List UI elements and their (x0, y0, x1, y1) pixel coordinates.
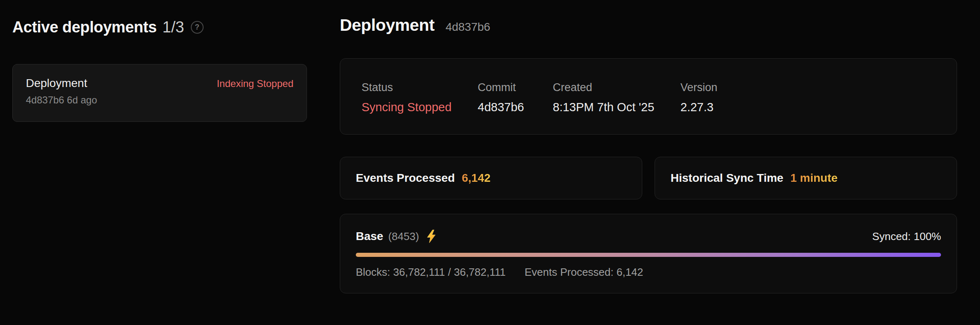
chain-id: (8453) (388, 230, 419, 243)
events-stat: Events Processed: 6,142 (524, 266, 643, 279)
historical-sync-time-card: Historical Sync Time 1 minute (655, 157, 957, 199)
panel-title: Active deployments (12, 18, 157, 36)
historical-sync-time-value: 1 minute (790, 172, 838, 185)
deployment-status-badge: Indexing Stopped (217, 78, 293, 89)
historical-sync-time-label: Historical Sync Time (671, 172, 783, 185)
active-deployments-header: Active deployments 1/3 ? (12, 16, 307, 39)
events-processed-value: 6,142 (462, 172, 490, 185)
active-deployments-panel: Active deployments 1/3 ? Deployment Inde… (12, 16, 307, 325)
deployments-count: 1/3 (163, 18, 184, 36)
deployment-list-item-title: Deployment (26, 76, 87, 90)
deployment-detail-header: Deployment 4d837b6 (340, 16, 957, 39)
events-processed-card: Events Processed 6,142 (340, 157, 642, 199)
info-field-label: Status (362, 81, 478, 94)
deployments-page: Active deployments 1/3 ? Deployment Inde… (0, 0, 980, 325)
info-field-value-created: 8:13PM 7th Oct '25 (553, 100, 680, 114)
sync-progress-bar (356, 253, 941, 257)
chain-sync-card: Base (8453) Synced: 100% (340, 214, 957, 293)
deployment-list-item-row: Deployment Indexing Stopped (26, 76, 293, 90)
chain-stats-row: Blocks: 36,782,111 / 36,782,111 Events P… (356, 266, 941, 279)
info-field-created: Created 8:13PM 7th Oct '25 (553, 81, 680, 112)
deployment-info-card: Status Syncing Stopped Commit 4d837b6 Cr… (340, 58, 957, 135)
deployment-list-item-meta: 4d837b6 6d ago (26, 94, 293, 106)
info-field-commit: Commit 4d837b6 (478, 81, 553, 112)
info-field-label: Commit (478, 81, 553, 94)
info-field-value-commit: 4d837b6 (478, 100, 553, 114)
sync-progress-fill (356, 253, 941, 257)
info-field-label: Version (680, 81, 717, 94)
info-field-status: Status Syncing Stopped (362, 81, 478, 112)
chain-name: Base (356, 230, 383, 243)
synced-percent-label: Synced: 100% (872, 230, 941, 243)
help-icon[interactable]: ? (191, 21, 204, 34)
chain-sync-header: Base (8453) Synced: 100% (356, 228, 941, 245)
lightning-bolt-icon (425, 229, 437, 243)
deployment-list-item[interactable]: Deployment Indexing Stopped 4d837b6 6d a… (12, 64, 307, 122)
info-field-version: Version 2.27.3 (680, 81, 717, 112)
events-processed-label: Events Processed (356, 172, 455, 185)
commit-hash: 4d837b6 (446, 21, 490, 34)
blocks-stat: Blocks: 36,782,111 / 36,782,111 (356, 266, 506, 279)
info-field-label: Created (553, 81, 680, 94)
metrics-row: Events Processed 6,142 Historical Sync T… (340, 157, 957, 199)
deployment-detail-panel: Deployment 4d837b6 Status Syncing Stoppe… (340, 16, 957, 325)
info-field-value-status: Syncing Stopped (362, 100, 478, 114)
detail-title: Deployment (340, 16, 435, 35)
info-field-value-version: 2.27.3 (680, 100, 717, 114)
